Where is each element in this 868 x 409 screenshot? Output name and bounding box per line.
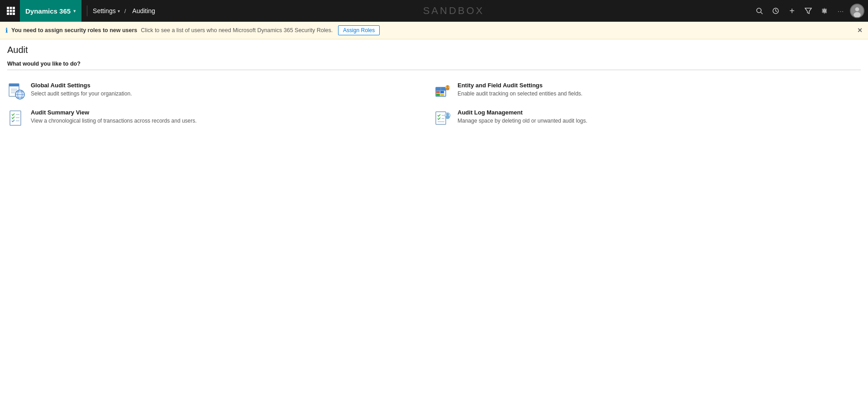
svg-marker-12 — [805, 8, 811, 14]
audit-summary-icon — [7, 109, 25, 127]
assign-roles-button[interactable]: Assign Roles — [338, 25, 380, 35]
entity-field-audit-title: Entity and Field Audit Settings — [458, 82, 582, 89]
svg-point-9 — [757, 8, 761, 13]
audit-grid: Global Audit Settings Select audit setti… — [7, 77, 861, 132]
breadcrumb-separator: / — [124, 8, 126, 14]
svg-point-32 — [446, 88, 449, 90]
waffle-icon[interactable] — [4, 4, 18, 18]
global-audit-text: Global Audit Settings Select audit setti… — [31, 82, 132, 98]
svg-point-31 — [447, 86, 449, 88]
audit-log-text: Audit Log Management Manage space by del… — [458, 109, 587, 125]
notification-close-icon[interactable]: ✕ — [857, 27, 863, 34]
user-avatar[interactable] — [850, 4, 864, 18]
settings-nav-label: Settings — [93, 7, 116, 14]
page-title: Audit — [7, 45, 861, 55]
app-name-label: Dynamics 365 — [25, 7, 71, 15]
svg-rect-5 — [13, 10, 15, 12]
svg-point-47 — [445, 115, 450, 119]
app-name-chevron: ▾ — [73, 8, 76, 14]
audit-item-global-settings[interactable]: Global Audit Settings Select audit setti… — [7, 77, 434, 105]
audit-log-icon — [434, 109, 452, 127]
nav-divider — [87, 5, 87, 16]
svg-rect-35 — [436, 94, 440, 96]
entity-field-audit-text: Entity and Field Audit Settings Enable a… — [458, 82, 582, 98]
svg-line-10 — [761, 12, 763, 14]
info-icon: ℹ — [5, 27, 8, 34]
svg-rect-7 — [10, 13, 12, 15]
audit-summary-title: Audit Summary View — [31, 109, 197, 116]
topbar-left: Dynamics 365 ▾ Settings ▾ / Auditing — [4, 0, 155, 22]
breadcrumb-auditing: Auditing — [132, 7, 155, 14]
page-content: Audit What would you like to do? — [0, 39, 868, 137]
svg-rect-33 — [436, 91, 440, 93]
svg-rect-8 — [13, 13, 15, 15]
sandbox-label: SANDBOX — [155, 5, 752, 17]
svg-point-14 — [855, 7, 859, 11]
global-audit-title: Global Audit Settings — [31, 82, 132, 89]
audit-summary-desc: View a chronological listing of transact… — [31, 117, 197, 125]
svg-rect-41 — [436, 112, 446, 124]
audit-item-summary[interactable]: Audit Summary View View a chronological … — [7, 105, 434, 132]
filter-icon[interactable] — [801, 4, 816, 18]
more-options-icon[interactable]: ··· — [834, 4, 848, 18]
global-audit-desc: Select audit settings for your organizat… — [31, 90, 132, 98]
section-header: What would you like to do? — [7, 61, 861, 70]
settings-nav[interactable]: Settings ▾ — [93, 7, 120, 14]
settings-nav-chevron: ▾ — [118, 9, 120, 14]
audit-log-desc: Manage space by deleting old or unwanted… — [458, 117, 587, 125]
notification-normal-text: Click to see a list of users who need Mi… — [141, 27, 333, 33]
svg-rect-0 — [7, 7, 9, 9]
history-icon[interactable] — [768, 4, 783, 18]
add-icon[interactable]: + — [785, 4, 799, 18]
audit-summary-text: Audit Summary View View a chronological … — [31, 109, 197, 125]
audit-item-log-mgmt[interactable]: Audit Log Management Manage space by del… — [434, 105, 861, 132]
app-name-button[interactable]: Dynamics 365 ▾ — [20, 0, 81, 22]
audit-log-title: Audit Log Management — [458, 109, 587, 116]
notification-bar: ℹ You need to assign security roles to n… — [0, 22, 868, 39]
notification-bold-text: You need to assign security roles to new… — [11, 27, 137, 33]
svg-rect-3 — [7, 10, 9, 12]
svg-rect-4 — [10, 10, 12, 12]
svg-rect-37 — [10, 111, 21, 125]
svg-rect-34 — [440, 91, 444, 93]
topbar: Dynamics 365 ▾ Settings ▾ / Auditing SAN… — [0, 0, 868, 22]
search-icon[interactable] — [752, 4, 767, 18]
entity-field-audit-desc: Enable audit tracking on selected entiti… — [458, 90, 582, 98]
topbar-right: + ··· — [752, 4, 864, 18]
svg-rect-6 — [7, 13, 9, 15]
settings-icon[interactable] — [817, 4, 832, 18]
svg-rect-17 — [9, 84, 19, 86]
svg-rect-36 — [440, 94, 444, 96]
svg-rect-1 — [10, 7, 12, 9]
global-audit-icon — [7, 82, 25, 100]
entity-field-audit-icon — [434, 82, 452, 100]
svg-rect-2 — [13, 7, 15, 9]
audit-item-entity-field[interactable]: Entity and Field Audit Settings Enable a… — [434, 77, 861, 105]
